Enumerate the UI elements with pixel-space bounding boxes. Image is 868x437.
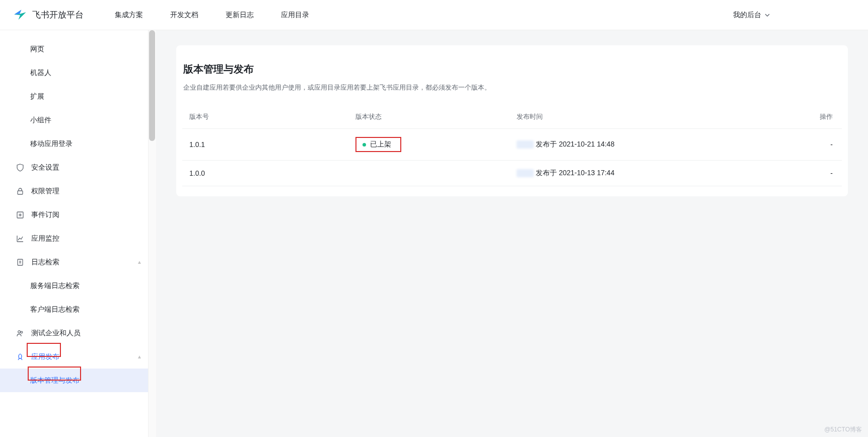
sidebar-item-8[interactable]: 应用监控 — [0, 227, 156, 250]
svg-rect-2 — [18, 259, 23, 265]
rocket-icon — [16, 353, 24, 361]
sidebar-item-13[interactable]: 应用发布▲ — [0, 345, 156, 369]
sidebar-item-label: 应用监控 — [31, 234, 59, 243]
scrollbar-thumb[interactable] — [149, 30, 155, 141]
sidebar-item-14[interactable]: 版本管理与发布 — [0, 369, 156, 392]
sidebar-item-7[interactable]: 事件订阅 — [0, 203, 156, 227]
nav-docs[interactable]: 开发文档 — [170, 11, 198, 20]
sidebar-item-label: 安全设置 — [31, 163, 59, 172]
cell-status — [348, 161, 510, 186]
version-panel: 版本管理与发布 企业自建应用若要供企业内其他用户使用，或应用目录应用若要上架飞书… — [176, 45, 848, 196]
redacted-name — [517, 140, 534, 149]
status-text: 已上架 — [370, 140, 391, 149]
sidebar-item-10[interactable]: 服务端日志检索 — [0, 274, 156, 298]
watermark-text: @51CTO博客 — [824, 425, 862, 434]
lock-icon — [16, 187, 24, 195]
main-area: 版本管理与发布 企业自建应用若要供企业内其他用户使用，或应用目录应用若要上架飞书… — [156, 30, 868, 437]
cell-time: 发布于 2021-10-21 14:48 — [510, 129, 773, 161]
panel-title: 版本管理与发布 — [182, 62, 842, 76]
sidebar-item-1[interactable]: 机器人 — [0, 61, 156, 85]
sidebar-item-3[interactable]: 小组件 — [0, 108, 156, 132]
sidebar-item-4[interactable]: 移动应用登录 — [0, 132, 156, 156]
sidebar-item-0[interactable]: 网页 — [0, 37, 156, 61]
brand-title: 飞书开放平台 — [32, 9, 84, 21]
svg-point-3 — [18, 330, 21, 333]
nav-app-dir[interactable]: 应用目录 — [281, 11, 309, 20]
col-header-2: 发布时间 — [510, 105, 773, 129]
table-row: 1.0.0发布于 2021-10-13 17:44- — [182, 161, 842, 186]
brand[interactable]: 飞书开放平台 — [13, 8, 84, 22]
sidebar-item-label: 移动应用登录 — [30, 139, 73, 149]
version-table: 版本号版本状态发布时间操作 1.0.1已上架发布于 2021-10-21 14:… — [182, 105, 842, 186]
publish-time: 发布于 2021-10-13 17:44 — [536, 169, 614, 177]
shield-icon — [16, 164, 24, 172]
people-icon — [16, 329, 24, 337]
col-header-1: 版本状态 — [348, 105, 510, 129]
cell-version: 1.0.0 — [182, 161, 348, 186]
nav-integration[interactable]: 集成方案 — [115, 11, 143, 20]
svg-point-4 — [21, 331, 23, 333]
redacted-name — [517, 169, 534, 177]
my-console-label: 我的后台 — [733, 11, 761, 20]
chevron-up-icon: ▲ — [137, 259, 142, 265]
sidebar-item-label: 版本管理与发布 — [30, 376, 80, 385]
sidebar-item-label: 日志检索 — [31, 258, 59, 267]
panel-desc: 企业自建应用若要供企业内其他用户使用，或应用目录应用若要上架飞书应用目录，都必须… — [182, 83, 842, 92]
sidebar-item-label: 事件订阅 — [31, 210, 59, 220]
sidebar-item-label: 扩展 — [30, 92, 44, 101]
sidebar-item-label: 网页 — [30, 45, 44, 54]
sidebar-item-12[interactable]: 测试企业和人员 — [0, 321, 156, 345]
sidebar-item-label: 小组件 — [30, 116, 51, 125]
cell-op: - — [773, 161, 842, 186]
sidebar-item-label: 客户端日志检索 — [30, 305, 80, 314]
status-highlight: 已上架 — [355, 137, 401, 152]
status-dot-icon — [363, 143, 366, 147]
col-header-3: 操作 — [773, 105, 842, 129]
chevron-down-icon — [764, 12, 770, 18]
sidebar-item-label: 应用发布 — [31, 352, 59, 361]
sidebar-item-label: 测试企业和人员 — [31, 329, 81, 338]
plus-square-icon — [16, 211, 24, 219]
sidebar-item-label: 机器人 — [30, 68, 51, 78]
publish-time: 发布于 2021-10-21 14:48 — [536, 140, 614, 148]
sidebar-item-6[interactable]: 权限管理 — [0, 179, 156, 203]
table-row: 1.0.1已上架发布于 2021-10-21 14:48- — [182, 129, 842, 161]
col-header-0: 版本号 — [182, 105, 348, 129]
chevron-up-icon: ▲ — [137, 354, 142, 359]
sidebar-item-5[interactable]: 安全设置 — [0, 156, 156, 179]
nav-changelog[interactable]: 更新日志 — [226, 11, 254, 20]
cell-status: 已上架 — [348, 129, 510, 161]
top-header: 飞书开放平台 集成方案 开发文档 更新日志 应用目录 我的后台 — [0, 0, 868, 30]
feishu-logo-icon — [13, 8, 27, 22]
my-console-link[interactable]: 我的后台 — [733, 11, 856, 20]
cell-version: 1.0.1 — [182, 129, 348, 161]
sidebar-item-label: 服务端日志检索 — [30, 281, 80, 290]
sidebar: 网页机器人扩展小组件移动应用登录安全设置权限管理事件订阅应用监控日志检索▲服务端… — [0, 30, 156, 437]
sidebar-item-2[interactable]: 扩展 — [0, 85, 156, 108]
sidebar-item-9[interactable]: 日志检索▲ — [0, 250, 156, 274]
doc-icon — [16, 258, 24, 266]
svg-rect-0 — [18, 191, 23, 194]
chart-icon — [16, 235, 24, 243]
sidebar-item-11[interactable]: 客户端日志检索 — [0, 298, 156, 321]
header-left: 飞书开放平台 集成方案 开发文档 更新日志 应用目录 — [13, 8, 320, 22]
cell-op: - — [773, 129, 842, 161]
cell-time: 发布于 2021-10-13 17:44 — [510, 161, 773, 186]
sidebar-item-label: 权限管理 — [31, 187, 59, 196]
sidebar-scrollbar[interactable] — [148, 30, 156, 437]
